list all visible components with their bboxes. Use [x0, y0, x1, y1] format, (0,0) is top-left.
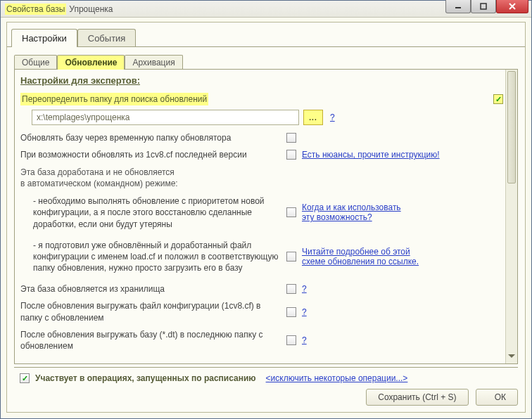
help-link-unload-dt[interactable]: ?: [302, 335, 307, 345]
scrollbar-down-arrow-icon[interactable]: [506, 352, 517, 363]
row-storage: Эта база обновляется из хранилища ?: [15, 281, 517, 297]
minimize-button[interactable]: [445, 0, 471, 13]
sub-tabstrip: Общие Обновление Архивация: [14, 54, 525, 69]
unload-cf-checkbox[interactable]: [286, 307, 296, 317]
storage-label: Эта база обновляется из хранилища: [20, 283, 281, 295]
help-link-unload-cf[interactable]: ?: [302, 307, 307, 317]
subtab-archive[interactable]: Архивация: [125, 55, 182, 70]
cv8-label: При возможности обновлять из 1cv8.cf пос…: [20, 149, 281, 160]
row-override-folder: Переопределить папку для поиска обновлен…: [15, 90, 517, 108]
manual-opt1-label: - необходимо выполнять обновление с прио…: [33, 195, 281, 230]
dialog-footer: Сохранить (Ctrl + S) ОК: [14, 383, 525, 406]
close-button[interactable]: [496, 0, 528, 13]
row-path: ... ?: [15, 108, 517, 129]
manual-opt1-checkbox[interactable]: [286, 207, 296, 217]
titlebar: Свойства базы Упрощенка: [1, 1, 531, 18]
row-unload-cf: После обновления выгружать файл конфигур…: [15, 297, 517, 325]
row-manual-opt1: - необходимо выполнять обновление с прио…: [15, 193, 517, 233]
row-temp-folder: Обновлять базу через временную папку обн…: [15, 129, 517, 146]
main-tabstrip: Настройки События: [7, 25, 525, 46]
expert-header: Настройки для экспертов:: [15, 70, 517, 90]
window: Свойства базы Упрощенка Настройки Событи…: [0, 0, 532, 419]
ok-button[interactable]: ОК: [476, 389, 518, 406]
override-checkbox[interactable]: [493, 94, 503, 104]
footer-row: Участвует в операциях, запущенных по рас…: [14, 367, 518, 383]
manual-opt2-checkbox[interactable]: [286, 252, 296, 262]
browse-button[interactable]: ...: [303, 110, 323, 125]
manual-opt1-link[interactable]: Когда и как использовать эту возможность…: [302, 202, 401, 222]
title-name: Упрощенка: [66, 4, 113, 14]
tab-events[interactable]: События: [77, 29, 137, 47]
title-prefix: Свойства базы: [5, 4, 66, 15]
unload-dt-label: После обновления выгружать базу (*.dt) в…: [20, 329, 281, 352]
path-input[interactable]: [32, 110, 299, 125]
vertical-scrollbar[interactable]: [505, 70, 517, 363]
tab-body: Общие Обновление Архивация Настройки для…: [7, 46, 525, 413]
storage-checkbox[interactable]: [286, 284, 296, 294]
schedule-label: Участвует в операциях, запущенных по рас…: [35, 373, 256, 383]
exclude-operations-link[interactable]: <исключить некоторые операции...>: [266, 373, 408, 383]
unload-dt-checkbox[interactable]: [286, 335, 296, 345]
svg-rect-0: [481, 4, 486, 9]
manual-opt2-link[interactable]: Читайте подробнее об этой схеме обновлен…: [302, 247, 419, 266]
cv8-link[interactable]: Есть нюансы, прочите инструкцию!: [302, 150, 440, 160]
scroll-area: Настройки для экспертов: Переопределить …: [14, 69, 518, 364]
cv8-checkbox[interactable]: [286, 150, 296, 160]
unload-cf-label: После обновления выгружать файл конфигур…: [20, 300, 281, 323]
scrollbar-thumb[interactable]: [507, 71, 516, 183]
tab-settings[interactable]: Настройки: [11, 29, 77, 47]
manual-opt2-label: - я подготовил уже обновлённый и доработ…: [33, 240, 281, 274]
schedule-checkbox[interactable]: [20, 373, 30, 383]
save-button[interactable]: Сохранить (Ctrl + S): [366, 389, 468, 406]
maximize-button[interactable]: [471, 0, 496, 13]
override-label: Переопределить папку для поиска обновлен…: [20, 93, 208, 105]
subtab-update[interactable]: Обновление: [57, 55, 125, 70]
temp-folder-checkbox[interactable]: [286, 133, 296, 143]
row-unload-dt: После обновления выгружать базу (*.dt) в…: [15, 326, 517, 354]
help-link-storage[interactable]: ?: [302, 284, 307, 294]
row-manual-opt2: - я подготовил уже обновлённый и доработ…: [15, 237, 517, 277]
temp-folder-label: Обновлять базу через временную папку обн…: [20, 132, 281, 143]
row-cv8: При возможности обновлять из 1cv8.cf пос…: [15, 146, 517, 163]
subtab-general[interactable]: Общие: [14, 55, 57, 70]
help-link-path[interactable]: ?: [330, 112, 335, 122]
client-area: Настройки События Общие Обновление Архив…: [6, 22, 526, 413]
manual-text: Эта база доработана и не обновляется в а…: [15, 164, 517, 193]
